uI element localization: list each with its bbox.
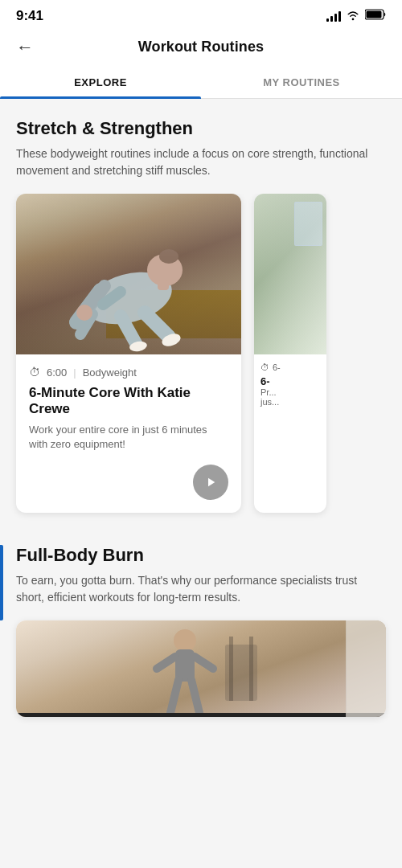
svg-line-20 [157,657,175,669]
card-image-partial [254,194,326,354]
svg-point-6 [76,305,92,321]
card-duration: 6:00 [47,366,67,379]
fullbody-cards [0,620,402,733]
svg-line-21 [195,657,213,669]
svg-rect-1 [367,11,382,18]
timer-icon: ⏱ [29,366,40,379]
wifi-icon [346,10,360,23]
cards-scroll-stretch[interactable]: ⏱ 6:00 | Bodyweight 6-Minute Core With K… [0,194,402,529]
tab-explore[interactable]: EXPLORE [0,65,201,98]
content: Stretch & Strengthen These bodyweight ro… [0,99,402,733]
partial-subtitle: Pr... [260,387,320,397]
svg-rect-17 [249,637,253,701]
section-fullbody-burn: Full-Body Burn To earn, you gotta burn. … [0,529,402,620]
partial-subtitle-2: jus... [260,397,320,407]
tabs: EXPLORE MY ROUTINES [0,65,402,99]
page-title: Workout Routines [138,39,264,55]
battery-icon [365,9,386,23]
gym-person-svg [121,620,281,717]
status-time: 9:41 [16,8,43,24]
svg-line-10 [145,313,169,337]
partial-card-body: ⏱ 6- 6- Pr... jus... [254,354,326,410]
svg-rect-16 [229,637,233,701]
section-stretch-strengthen: Stretch & Strengthen These bodyweight ro… [0,99,402,179]
card-meta-separator: | [73,366,76,379]
svg-line-22 [170,680,178,713]
partial-timer-icon: ⏱ [260,362,269,372]
card-fullbody[interactable] [16,620,386,717]
section-desc-fullbody: To earn, you gotta burn. That's why our … [16,572,386,606]
partial-right-card [346,620,386,717]
signal-icon [326,10,341,22]
card-title-1: 6-Minute Core With Katie Crewe [29,385,228,418]
header: ← Workout Routines [0,29,402,65]
status-icons [326,9,386,23]
card-category: Bodyweight [83,366,137,379]
card-body-1: ⏱ 6:00 | Bodyweight 6-Minute Core With K… [16,354,241,465]
tab-my-routines[interactable]: MY ROUTINES [201,65,402,98]
partial-title: 6- [260,375,320,387]
partial-duration: 6- [273,362,281,372]
progress-bar [16,713,386,717]
partial-fade [254,194,326,354]
status-bar: 9:41 [0,0,402,29]
svg-point-18 [174,629,196,652]
card-image-1 [16,194,241,354]
section-title-fullbody: Full-Body Burn [16,545,386,566]
section-title-stretch: Stretch & Strengthen [16,118,386,139]
light-effect [16,194,241,258]
partial-meta: ⏱ 6- [260,362,320,372]
svg-line-23 [191,680,199,713]
back-button[interactable]: ← [16,37,34,58]
card-partial-2[interactable]: ⏱ 6- 6- Pr... jus... [254,194,326,513]
play-button-1[interactable] [193,465,228,500]
play-icon [203,475,218,489]
fullbody-card-image [16,620,386,717]
card-meta-1: ⏱ 6:00 | Bodyweight [29,366,228,379]
card-footer-1 [16,465,241,513]
card-core-katie[interactable]: ⏱ 6:00 | Bodyweight 6-Minute Core With K… [16,194,241,513]
section-desc-stretch: These bodyweight routines include a focu… [16,145,386,179]
card-subtitle-1: Work your entire core in just 6 minutes … [29,423,228,452]
section-fullbody-inner: Full-Body Burn To earn, you gotta burn. … [3,545,402,620]
svg-rect-9 [158,280,169,290]
